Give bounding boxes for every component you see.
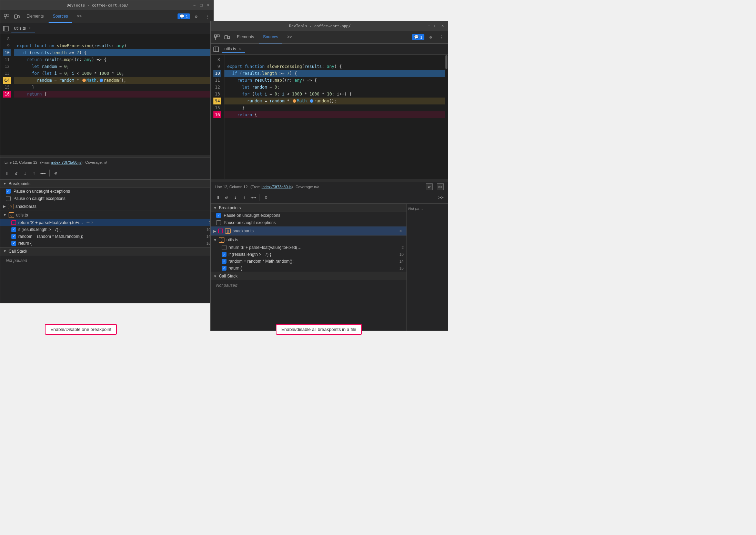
- tab-elements-2[interactable]: Elements: [233, 31, 258, 43]
- pause-uncaught-2[interactable]: ✓ Pause on uncaught exceptions: [211, 212, 406, 219]
- deactivate-btn-1[interactable]: ⊘: [52, 169, 60, 177]
- bp-text-random-1: random = random * Math.random();: [18, 234, 83, 239]
- message-badge-1[interactable]: 💬 1: [178, 13, 190, 19]
- utils-file-icon-2: {}: [219, 237, 224, 243]
- bp-item-return-brace-1[interactable]: ✓ return { 16: [0, 240, 213, 247]
- pause-caught-cb-1[interactable]: [6, 196, 11, 201]
- call-stack-header-1[interactable]: ▼ Call Stack: [0, 248, 213, 255]
- snackbar-header-left: ▶ {} snackbar.ts: [213, 228, 254, 234]
- code-editor-1: 8 9 10 11 12 13 ?14 15 16 export functio…: [0, 34, 213, 158]
- settings-icon-2[interactable]: ⚙: [426, 32, 435, 42]
- tab-more-2[interactable]: >>: [283, 31, 296, 43]
- inspect-icon[interactable]: [2, 12, 11, 21]
- status-link-2[interactable]: index-73f73a80.js: [262, 185, 292, 189]
- step-over-btn-2[interactable]: ↓: [231, 193, 240, 202]
- bp-item-return-dollar-1[interactable]: return '$' + parseFloat(value).toFi… ✏ ×…: [0, 219, 213, 226]
- close-button-1[interactable]: ×: [206, 3, 211, 8]
- h-scrollbar-2[interactable]: [211, 179, 448, 182]
- close-button-2[interactable]: ×: [440, 23, 445, 28]
- code-line-14: random = random * Math.random();: [14, 77, 213, 84]
- tab-more[interactable]: >>: [73, 10, 86, 23]
- tab-elements[interactable]: Elements: [22, 10, 48, 23]
- file-tab-utils-2[interactable]: utils.ts ×: [222, 46, 245, 53]
- pause-uncaught-1[interactable]: ✓ Pause on uncaught exceptions: [0, 188, 213, 195]
- step-into-btn-2[interactable]: ↑: [240, 193, 249, 202]
- annotation-1: Enable/Disable one breakpoint: [45, 324, 117, 335]
- bp-cb-return-brace-1[interactable]: ✓: [11, 241, 16, 246]
- device-icon-2[interactable]: [222, 32, 232, 42]
- resume-btn-1[interactable]: ↺: [12, 169, 20, 177]
- pause-uncaught-cb-2[interactable]: ✓: [216, 213, 221, 218]
- maximize-button-1[interactable]: □: [199, 3, 204, 8]
- expand-panel-btn-2[interactable]: >>: [437, 193, 445, 202]
- snackbar-cb-2[interactable]: [218, 229, 223, 233]
- breakpoints-header-2[interactable]: ▼ Breakpoints: [211, 204, 406, 212]
- bp-cb-random-1[interactable]: ✓: [11, 234, 16, 239]
- bp-item-random-1[interactable]: ✓ random = random * Math.random(); 14: [0, 233, 213, 240]
- bp-item-if-results-1[interactable]: ✓ if (results.length >= 7) { 10: [0, 226, 213, 233]
- pause-caught-cb-2[interactable]: [216, 220, 221, 225]
- code-line-11-2: return results.map((r: any) => {: [224, 77, 445, 84]
- minimize-button-2[interactable]: −: [426, 23, 431, 28]
- inspect-icon-2[interactable]: [212, 32, 222, 42]
- bp-item-return-brace-2[interactable]: ✓ return { 16: [211, 265, 406, 272]
- breakpoints-header-1[interactable]: ▼ Breakpoints: [0, 180, 213, 188]
- line-num-9: 9: [3, 42, 11, 49]
- file-tab-close-2[interactable]: ×: [238, 47, 242, 51]
- bp-item-random-2[interactable]: ✓ random = random * Math.random(); 14: [211, 258, 406, 265]
- step-out-btn-2[interactable]: →→: [249, 193, 258, 202]
- bp-group-header-snackbar-1[interactable]: ▶ {} snackbar.ts: [0, 202, 213, 211]
- pause-caught-1[interactable]: Pause on caught exceptions: [0, 195, 213, 202]
- step-into-btn-1[interactable]: ↑: [30, 169, 38, 177]
- device-icon[interactable]: [12, 12, 22, 21]
- pause-btn-2[interactable]: ⏸: [213, 193, 222, 202]
- resume-btn-2[interactable]: ↺: [222, 193, 231, 202]
- bp-cb-random-2[interactable]: ✓: [222, 259, 226, 264]
- snackbar-expand-icon-1: ▶: [3, 204, 6, 208]
- more-icon-2[interactable]: ⋮: [437, 32, 446, 42]
- bp-cb-return-brace-2[interactable]: ✓: [222, 266, 226, 271]
- snackbar-close-btn-2[interactable]: ×: [397, 228, 404, 234]
- deactivate-btn-2[interactable]: ⊘: [262, 193, 270, 202]
- step-over-btn-1[interactable]: ↓: [21, 169, 29, 177]
- tab-sources[interactable]: Sources: [49, 10, 72, 23]
- sidebar-toggle-2[interactable]: [212, 45, 220, 53]
- bp-cb-return-dollar-2[interactable]: [222, 245, 226, 250]
- utils-filename-1: utils.ts: [16, 213, 28, 218]
- call-stack-header-2[interactable]: ▼ Call Stack: [211, 272, 406, 280]
- file-tab-utils-1[interactable]: utils.ts ×: [11, 25, 35, 32]
- sidebar-toggle-1[interactable]: [2, 24, 10, 33]
- tab-sources-2[interactable]: Sources: [259, 31, 282, 43]
- settings-icon-1[interactable]: ⚙: [191, 12, 201, 21]
- bp-edit-close-1[interactable]: ×: [91, 220, 93, 225]
- message-badge-2[interactable]: 💬 1: [412, 34, 424, 40]
- bp-group-header-snackbar-2[interactable]: ▶ {} snackbar.ts ×: [211, 226, 406, 235]
- code-lines-1[interactable]: export function slowProcessing(results: …: [14, 34, 213, 155]
- file-tab-bar-1: utils.ts ×: [0, 23, 213, 34]
- maximize-button-2[interactable]: □: [433, 23, 438, 28]
- status-toggle-btn-2[interactable]: [426, 183, 433, 190]
- bp-item-if-results-2[interactable]: ✓ if (results.length >= 7) { 10: [211, 251, 406, 258]
- pause-uncaught-cb-1[interactable]: ✓: [6, 189, 11, 194]
- bp-edit-pencil-1[interactable]: ✏: [87, 220, 90, 225]
- h-scrollbar-1[interactable]: [0, 155, 213, 158]
- pause-caught-2[interactable]: Pause on caught exceptions: [211, 219, 406, 226]
- tab-bar-right-2: 💬 1 ⚙ ⋮: [412, 32, 446, 42]
- bp-cb-return-dollar-1[interactable]: [11, 220, 16, 225]
- bp-cb-if-results-1[interactable]: ✓: [11, 227, 16, 232]
- bp-group-header-utils-1[interactable]: ▼ {} utils.ts: [0, 211, 213, 219]
- step-out-btn-1[interactable]: →→: [39, 169, 47, 177]
- status-expand-btn-2[interactable]: >>: [437, 183, 444, 190]
- v-scrollbar-2[interactable]: [445, 55, 448, 179]
- pause-btn-1[interactable]: ⏸: [3, 169, 11, 177]
- file-tab-close-1[interactable]: ×: [27, 26, 32, 31]
- minimize-button-1[interactable]: −: [192, 3, 197, 8]
- bp-cb-if-results-2[interactable]: ✓: [222, 252, 226, 257]
- status-link-1[interactable]: index-73f73a80.js: [51, 160, 81, 164]
- bp-item-return-dollar-2[interactable]: return '$' + parseFloat(value).toFixed(……: [211, 244, 406, 251]
- line-num-15-2: 15: [213, 104, 221, 111]
- code-lines-2[interactable]: export function slowProcessing(results: …: [224, 55, 445, 179]
- bp-group-header-utils-2[interactable]: ▼ {} utils.ts: [211, 236, 406, 244]
- status-bar-1: Line 12, Column 12 (From index-73f73a80.…: [0, 158, 213, 167]
- more-icon-1[interactable]: ⋮: [202, 12, 212, 21]
